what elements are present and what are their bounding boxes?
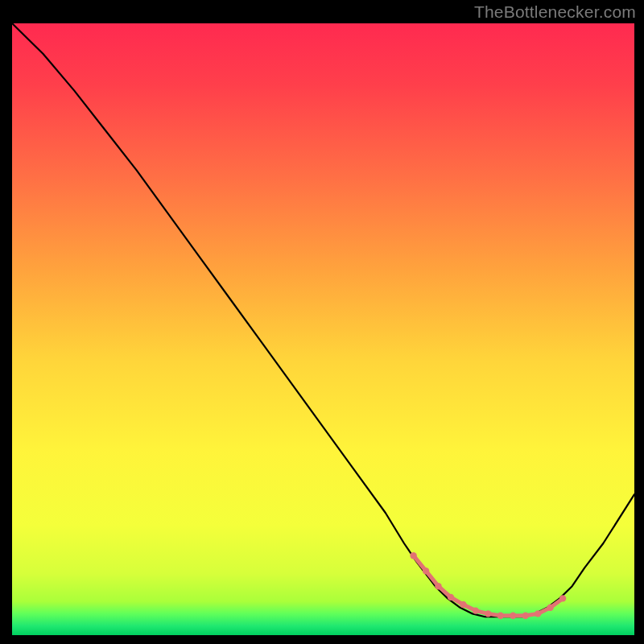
optimum-dot: [510, 612, 516, 618]
optimum-dot: [547, 605, 553, 611]
optimum-dot: [435, 583, 441, 589]
chart-plot: [12, 23, 634, 635]
optimum-dot: [522, 612, 529, 618]
optimum-dot: [559, 595, 566, 601]
optimum-dot: [497, 612, 504, 618]
optimum-dot: [423, 568, 429, 574]
optimum-dot: [460, 601, 466, 608]
chart-svg: [12, 23, 634, 635]
chart-background: [12, 23, 634, 635]
optimum-dot: [485, 610, 491, 617]
watermark-text: TheBottlenecker.com: [474, 2, 636, 22]
optimum-dot: [473, 607, 479, 613]
optimum-dot: [535, 610, 541, 617]
optimum-dot: [448, 594, 454, 601]
optimum-dot: [410, 552, 416, 559]
